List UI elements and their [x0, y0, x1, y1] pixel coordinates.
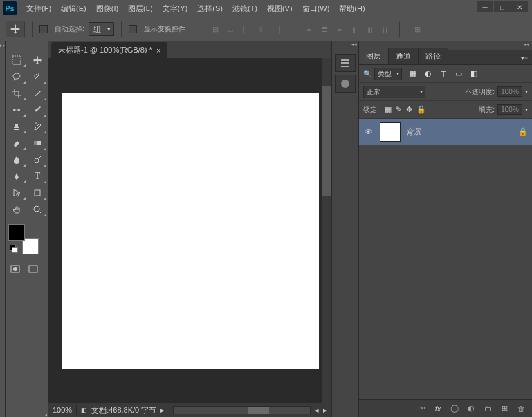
eyedropper-tool[interactable]: [28, 86, 47, 101]
delete-layer-icon[interactable]: 🗑: [515, 403, 526, 414]
quick-mask-icon[interactable]: [8, 263, 22, 275]
menu-select[interactable]: 选择(S): [193, 1, 227, 16]
distribute-h-icon[interactable]: ⫼: [363, 22, 377, 36]
menu-edit[interactable]: 编辑(E): [57, 1, 91, 16]
scroll-left-icon[interactable]: ◂: [315, 406, 319, 415]
filter-pixel-icon[interactable]: ▦: [407, 68, 419, 80]
distribute-top-icon[interactable]: ≡: [302, 22, 316, 36]
horizontal-scrollbar[interactable]: [173, 406, 311, 414]
scroll-right-icon[interactable]: ▸: [323, 406, 327, 415]
new-layer-icon[interactable]: ⊞: [499, 403, 510, 414]
document-tab[interactable]: 未标题-1 @ 100%(RGB/8) * ×: [51, 42, 167, 58]
auto-select-checkbox[interactable]: [39, 25, 48, 33]
type-tool[interactable]: T: [28, 169, 47, 184]
magic-wand-tool[interactable]: [28, 69, 47, 84]
adjustment-layer-icon[interactable]: ◐: [466, 403, 477, 414]
tab-layers[interactable]: 图层: [359, 48, 389, 64]
chevron-down-icon[interactable]: ▾: [525, 89, 528, 95]
heal-tool[interactable]: [7, 102, 26, 118]
fill-value[interactable]: 100%: [497, 104, 522, 115]
lasso-tool[interactable]: [7, 69, 26, 84]
filter-smart-icon[interactable]: ◧: [468, 68, 479, 80]
distribute-right-icon[interactable]: ⫼: [378, 22, 392, 36]
show-transform-checkbox[interactable]: [129, 25, 137, 33]
layer-name[interactable]: 背景: [406, 127, 421, 137]
eraser-tool[interactable]: [7, 136, 26, 151]
gradient-tool[interactable]: [28, 136, 47, 151]
align-left-icon[interactable]: ⎸: [239, 22, 253, 36]
new-group-icon[interactable]: 🗀: [482, 403, 493, 414]
filter-text-icon[interactable]: T: [438, 68, 449, 80]
move-tool[interactable]: [28, 53, 47, 68]
scrollbar-thumb[interactable]: [248, 407, 269, 414]
align-right-icon[interactable]: ⎹: [270, 22, 284, 36]
menu-window[interactable]: 窗口(W): [298, 1, 334, 16]
panel-menu-icon[interactable]: ▾≡: [517, 52, 532, 64]
brush-tool[interactable]: [28, 102, 47, 118]
blend-mode-dropdown[interactable]: 正常: [363, 86, 425, 98]
layer-fx-icon[interactable]: fx: [432, 403, 443, 414]
foreground-swatch[interactable]: [8, 224, 25, 241]
menu-file[interactable]: 文件(F): [22, 1, 55, 16]
zoom-level[interactable]: 100%: [53, 406, 72, 414]
scrollbar-thumb[interactable]: [322, 86, 331, 196]
filter-adjustment-icon[interactable]: ◐: [423, 68, 434, 80]
menu-filter[interactable]: 滤镜(T): [228, 1, 262, 16]
visibility-icon[interactable]: 👁: [363, 127, 374, 137]
zoom-tool[interactable]: [28, 202, 47, 217]
lock-paint-icon[interactable]: ✎: [396, 105, 402, 114]
distribute-left-icon[interactable]: ⫼: [348, 22, 362, 36]
status-arrow-icon[interactable]: ▸: [160, 406, 165, 415]
canvas-viewport[interactable]: [48, 58, 331, 403]
align-top-icon[interactable]: ⎴: [194, 22, 208, 36]
dodge-tool[interactable]: [28, 152, 47, 167]
stamp-tool[interactable]: [7, 119, 26, 134]
menu-type[interactable]: 文字(Y): [158, 1, 192, 16]
distribute-bottom-icon[interactable]: ≡: [333, 22, 347, 36]
menu-image[interactable]: 图像(I): [92, 1, 122, 16]
lock-position-icon[interactable]: ✥: [406, 105, 412, 114]
status-popup-icon[interactable]: ◧: [81, 407, 87, 414]
color-panel-icon[interactable]: [335, 75, 356, 93]
minimize-button[interactable]: ─: [477, 1, 493, 12]
shape-tool[interactable]: [28, 185, 47, 201]
blur-tool[interactable]: [7, 152, 26, 167]
history-panel-icon[interactable]: [335, 54, 356, 72]
expand-icon[interactable]: ▸▸: [0, 41, 6, 50]
tab-channels[interactable]: 通道: [389, 48, 419, 64]
move-tool-icon[interactable]: [6, 21, 25, 37]
history-brush-tool[interactable]: [28, 119, 47, 134]
opacity-value[interactable]: 100%: [497, 86, 522, 97]
tab-close-icon[interactable]: ×: [156, 46, 160, 55]
distribute-v-icon[interactable]: ≣: [318, 22, 331, 36]
vertical-scrollbar[interactable]: [322, 58, 331, 403]
layer-row[interactable]: 👁 背景 🔒: [359, 119, 532, 145]
filter-shape-icon[interactable]: ▭: [453, 68, 464, 80]
filter-type-dropdown[interactable]: 类型: [374, 68, 402, 80]
marquee-tool[interactable]: [7, 53, 26, 68]
layer-mask-icon[interactable]: ◯: [449, 403, 460, 414]
path-select-tool[interactable]: [7, 185, 26, 201]
menu-view[interactable]: 视图(V): [263, 1, 297, 16]
chevron-down-icon[interactable]: ▾: [525, 106, 528, 113]
layer-thumbnail[interactable]: [380, 122, 401, 142]
align-middle-icon[interactable]: ⊟: [209, 22, 223, 36]
align-center-icon[interactable]: ⫴: [255, 22, 268, 36]
crop-tool[interactable]: [7, 86, 26, 101]
auto-select-dropdown[interactable]: 组: [89, 22, 114, 36]
auto-align-icon[interactable]: ⊞: [411, 22, 425, 36]
menu-help[interactable]: 帮助(H): [335, 1, 369, 16]
link-layers-icon[interactable]: ⚯: [416, 403, 427, 414]
lock-pixels-icon[interactable]: ▦: [385, 105, 392, 114]
close-button[interactable]: ✕: [511, 1, 528, 12]
maximize-button[interactable]: □: [494, 1, 511, 12]
menu-layer[interactable]: 图层(L): [124, 1, 156, 16]
default-colors-icon[interactable]: [10, 245, 18, 253]
lock-all-icon[interactable]: 🔒: [416, 105, 426, 114]
collapse-icon[interactable]: ◂◂: [351, 41, 357, 47]
pen-tool[interactable]: [7, 169, 26, 184]
align-bottom-icon[interactable]: ⎵: [224, 22, 238, 36]
hand-tool[interactable]: [7, 202, 26, 217]
canvas[interactable]: [62, 93, 319, 369]
color-swatches[interactable]: [8, 224, 39, 254]
